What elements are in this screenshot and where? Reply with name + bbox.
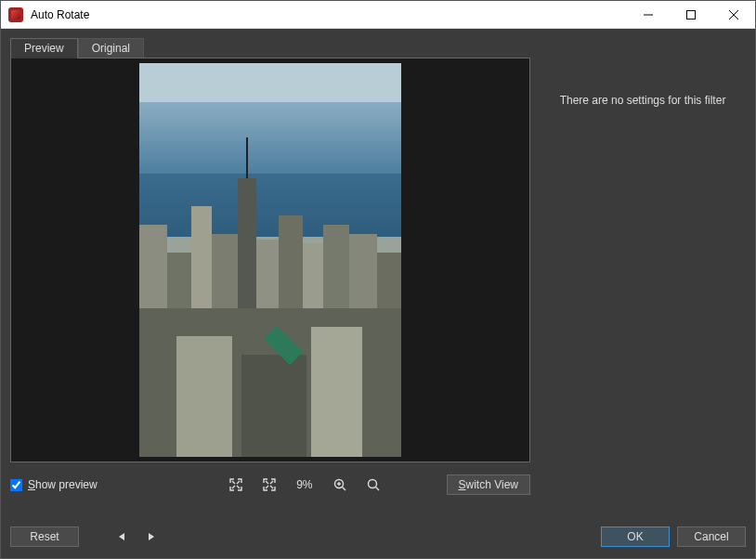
tab-original[interactable]: Original (78, 38, 144, 58)
maximize-button[interactable] (670, 1, 712, 29)
cancel-button[interactable]: Cancel (677, 526, 746, 547)
show-preview-input[interactable] (10, 479, 22, 491)
zoom-in-icon[interactable] (330, 474, 350, 495)
svg-line-5 (342, 488, 345, 491)
tab-preview[interactable]: Preview (10, 38, 78, 58)
preview-canvas[interactable] (14, 61, 527, 459)
svg-line-9 (375, 488, 379, 491)
actual-size-icon[interactable] (259, 474, 280, 495)
svg-point-8 (368, 480, 376, 488)
show-preview-label: Show preview (28, 478, 98, 491)
window-title: Auto Rotate (31, 8, 89, 21)
undo-button[interactable] (112, 526, 133, 547)
no-settings-message: There are no settings for this filter (560, 94, 726, 107)
redo-button[interactable] (140, 526, 161, 547)
titlebar: Auto Rotate (1, 1, 755, 29)
show-preview-checkbox[interactable]: Show preview (10, 478, 98, 491)
preview-image (139, 63, 401, 457)
svg-rect-1 (687, 10, 696, 19)
zoom-out-icon[interactable] (363, 474, 384, 495)
preview-frame (10, 58, 530, 462)
fit-to-window-icon[interactable] (226, 474, 246, 495)
reset-button[interactable]: Reset (10, 526, 79, 547)
zoom-percent: 9% (293, 478, 316, 491)
app-icon (8, 7, 23, 22)
switch-view-button[interactable]: Switch View (447, 474, 530, 495)
close-button[interactable] (712, 1, 755, 29)
ok-button[interactable]: OK (601, 526, 670, 547)
minimize-button[interactable] (627, 1, 670, 29)
preview-tabs: Preview Original (10, 38, 530, 58)
